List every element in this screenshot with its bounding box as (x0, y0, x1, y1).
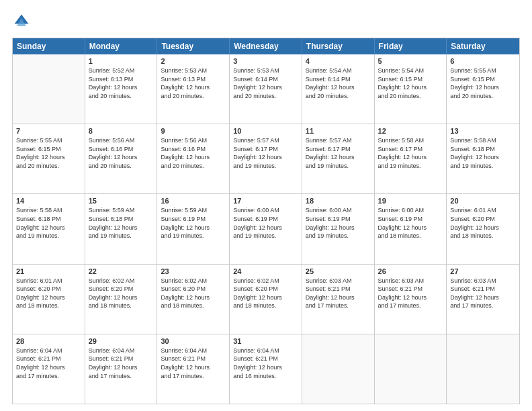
day-number: 5 (378, 57, 443, 65)
logo (12, 12, 34, 31)
day-info: Sunrise: 5:58 AM Sunset: 6:18 PM Dayligh… (450, 136, 516, 170)
calendar-cell: 22Sunrise: 6:02 AM Sunset: 6:20 PM Dayli… (85, 265, 158, 334)
day-number: 3 (233, 57, 298, 65)
day-number: 24 (233, 267, 298, 275)
calendar-cell: 30Sunrise: 6:04 AM Sunset: 6:21 PM Dayli… (157, 334, 230, 404)
day-info: Sunrise: 6:01 AM Sunset: 6:20 PM Dayligh… (450, 206, 516, 240)
day-number: 8 (89, 127, 154, 135)
calendar-cell: 10Sunrise: 5:57 AM Sunset: 6:17 PM Dayli… (230, 124, 302, 193)
day-number: 28 (16, 337, 81, 345)
header (12, 12, 520, 31)
day-number: 9 (161, 127, 226, 135)
day-info: Sunrise: 6:00 AM Sunset: 6:19 PM Dayligh… (306, 206, 371, 240)
day-info: Sunrise: 6:01 AM Sunset: 6:20 PM Dayligh… (16, 277, 81, 310)
day-number: 19 (378, 197, 443, 205)
calendar-cell: 18Sunrise: 6:00 AM Sunset: 6:19 PM Dayli… (302, 194, 375, 263)
calendar-cell (13, 54, 85, 124)
day-info: Sunrise: 5:56 AM Sunset: 6:16 PM Dayligh… (161, 136, 226, 170)
page: SundayMondayTuesdayWednesdayThursdayFrid… (0, 0, 532, 411)
day-number: 6 (450, 57, 516, 65)
day-number: 4 (306, 57, 371, 65)
calendar-row-4: 28Sunrise: 6:04 AM Sunset: 6:21 PM Dayli… (13, 334, 519, 404)
day-info: Sunrise: 6:00 AM Sunset: 6:19 PM Dayligh… (233, 206, 298, 240)
day-info: Sunrise: 6:02 AM Sunset: 6:20 PM Dayligh… (161, 277, 226, 310)
day-number: 22 (89, 267, 154, 275)
calendar-cell: 19Sunrise: 6:00 AM Sunset: 6:19 PM Dayli… (375, 194, 447, 263)
calendar-cell: 24Sunrise: 6:02 AM Sunset: 6:20 PM Dayli… (230, 265, 302, 334)
calendar-header: SundayMondayTuesdayWednesdayThursdayFrid… (13, 38, 519, 54)
day-number: 27 (450, 267, 516, 275)
day-number: 26 (378, 267, 443, 275)
day-info: Sunrise: 6:03 AM Sunset: 6:21 PM Dayligh… (450, 277, 516, 310)
calendar-row-3: 21Sunrise: 6:01 AM Sunset: 6:20 PM Dayli… (13, 265, 519, 334)
logo-icon (12, 12, 31, 31)
calendar-cell: 29Sunrise: 6:04 AM Sunset: 6:21 PM Dayli… (85, 334, 158, 404)
day-info: Sunrise: 6:03 AM Sunset: 6:21 PM Dayligh… (378, 277, 443, 310)
calendar-row-2: 14Sunrise: 5:58 AM Sunset: 6:18 PM Dayli… (13, 194, 519, 264)
day-info: Sunrise: 5:59 AM Sunset: 6:18 PM Dayligh… (89, 206, 154, 240)
calendar-cell: 13Sunrise: 5:58 AM Sunset: 6:18 PM Dayli… (447, 124, 519, 193)
calendar-cell: 11Sunrise: 5:57 AM Sunset: 6:17 PM Dayli… (302, 124, 375, 193)
calendar-cell (302, 334, 375, 404)
calendar-cell: 27Sunrise: 6:03 AM Sunset: 6:21 PM Dayli… (447, 265, 519, 334)
day-number: 7 (16, 127, 81, 135)
day-number: 20 (450, 197, 516, 205)
day-number: 23 (161, 267, 226, 275)
calendar-cell: 6Sunrise: 5:55 AM Sunset: 6:15 PM Daylig… (447, 54, 519, 124)
day-info: Sunrise: 5:52 AM Sunset: 6:13 PM Dayligh… (89, 66, 154, 100)
calendar-cell: 15Sunrise: 5:59 AM Sunset: 6:18 PM Dayli… (85, 194, 158, 263)
day-info: Sunrise: 5:55 AM Sunset: 6:15 PM Dayligh… (450, 66, 516, 100)
day-number: 16 (161, 197, 226, 205)
day-info: Sunrise: 5:57 AM Sunset: 6:17 PM Dayligh… (233, 136, 298, 170)
day-number: 18 (306, 197, 371, 205)
calendar-cell: 3Sunrise: 5:53 AM Sunset: 6:14 PM Daylig… (230, 54, 302, 124)
calendar-cell (375, 334, 447, 404)
calendar-cell: 17Sunrise: 6:00 AM Sunset: 6:19 PM Dayli… (230, 194, 302, 263)
day-number: 17 (233, 197, 298, 205)
day-info: Sunrise: 6:04 AM Sunset: 6:21 PM Dayligh… (16, 347, 81, 380)
day-info: Sunrise: 5:54 AM Sunset: 6:14 PM Dayligh… (306, 66, 371, 100)
calendar-cell: 4Sunrise: 5:54 AM Sunset: 6:14 PM Daylig… (302, 54, 375, 124)
calendar-cell: 2Sunrise: 5:53 AM Sunset: 6:13 PM Daylig… (157, 54, 230, 124)
day-number: 31 (233, 337, 298, 345)
day-number: 25 (306, 267, 371, 275)
day-number: 15 (89, 197, 154, 205)
day-info: Sunrise: 6:03 AM Sunset: 6:21 PM Dayligh… (306, 277, 371, 310)
day-info: Sunrise: 6:00 AM Sunset: 6:19 PM Dayligh… (378, 206, 443, 240)
day-number: 13 (450, 127, 516, 135)
day-info: Sunrise: 5:59 AM Sunset: 6:19 PM Dayligh… (161, 206, 226, 240)
day-info: Sunrise: 5:58 AM Sunset: 6:17 PM Dayligh… (378, 136, 443, 170)
day-info: Sunrise: 6:04 AM Sunset: 6:21 PM Dayligh… (161, 347, 226, 380)
day-number: 2 (161, 57, 226, 65)
calendar-cell: 14Sunrise: 5:58 AM Sunset: 6:18 PM Dayli… (13, 194, 85, 263)
header-day-monday: Monday (85, 38, 158, 54)
calendar-body: 1Sunrise: 5:52 AM Sunset: 6:13 PM Daylig… (13, 54, 519, 404)
calendar: SundayMondayTuesdayWednesdayThursdayFrid… (12, 38, 520, 404)
calendar-cell: 12Sunrise: 5:58 AM Sunset: 6:17 PM Dayli… (375, 124, 447, 193)
day-number: 29 (89, 337, 154, 345)
calendar-cell: 31Sunrise: 6:04 AM Sunset: 6:21 PM Dayli… (230, 334, 302, 404)
calendar-cell: 21Sunrise: 6:01 AM Sunset: 6:20 PM Dayli… (13, 265, 85, 334)
day-number: 1 (89, 57, 154, 65)
day-number: 12 (378, 127, 443, 135)
day-info: Sunrise: 6:02 AM Sunset: 6:20 PM Dayligh… (89, 277, 154, 310)
calendar-cell (447, 334, 519, 404)
header-day-tuesday: Tuesday (157, 38, 230, 54)
day-info: Sunrise: 5:53 AM Sunset: 6:13 PM Dayligh… (161, 66, 226, 100)
calendar-cell: 1Sunrise: 5:52 AM Sunset: 6:13 PM Daylig… (85, 54, 158, 124)
calendar-cell: 8Sunrise: 5:56 AM Sunset: 6:16 PM Daylig… (85, 124, 158, 193)
calendar-cell: 20Sunrise: 6:01 AM Sunset: 6:20 PM Dayli… (447, 194, 519, 263)
day-number: 30 (161, 337, 226, 345)
calendar-row-0: 1Sunrise: 5:52 AM Sunset: 6:13 PM Daylig… (13, 54, 519, 124)
header-day-friday: Friday (375, 38, 447, 54)
header-day-wednesday: Wednesday (230, 38, 302, 54)
calendar-cell: 16Sunrise: 5:59 AM Sunset: 6:19 PM Dayli… (157, 194, 230, 263)
calendar-cell: 28Sunrise: 6:04 AM Sunset: 6:21 PM Dayli… (13, 334, 85, 404)
day-number: 11 (306, 127, 371, 135)
day-info: Sunrise: 6:02 AM Sunset: 6:20 PM Dayligh… (233, 277, 298, 310)
calendar-cell: 5Sunrise: 5:54 AM Sunset: 6:15 PM Daylig… (375, 54, 447, 124)
day-info: Sunrise: 5:55 AM Sunset: 6:15 PM Dayligh… (16, 136, 81, 170)
day-info: Sunrise: 5:53 AM Sunset: 6:14 PM Dayligh… (233, 66, 298, 100)
day-info: Sunrise: 5:54 AM Sunset: 6:15 PM Dayligh… (378, 66, 443, 100)
day-info: Sunrise: 5:57 AM Sunset: 6:17 PM Dayligh… (306, 136, 371, 170)
